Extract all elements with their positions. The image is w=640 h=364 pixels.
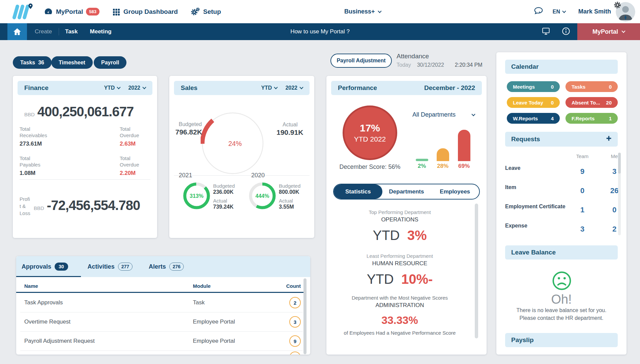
performance-ytd-label: YTD 2022 bbox=[354, 135, 386, 143]
statistics-scrollbar[interactable] bbox=[475, 204, 478, 338]
nav-setup[interactable]: Setup bbox=[191, 7, 221, 17]
portal-menu-button[interactable]: MyPortal bbox=[577, 23, 640, 40]
payroll-pill-label: Payroll bbox=[101, 60, 119, 66]
sales-period-dropdown[interactable]: YTD bbox=[261, 85, 277, 91]
calendar-title: Calendar bbox=[511, 63, 539, 70]
finance-payables-value: 1.08M bbox=[20, 170, 70, 177]
create-task-button[interactable]: Task bbox=[65, 28, 78, 35]
negative-percent: 33.33% bbox=[326, 314, 473, 327]
tab-statistics[interactable]: Statistics bbox=[334, 184, 382, 199]
divider bbox=[20, 351, 303, 351]
sales-year-dropdown[interactable]: 2022 bbox=[285, 85, 303, 91]
request-row-employment-certificate[interactable]: Employment Certificate 1 0 bbox=[496, 201, 618, 216]
finance-card: Finance YTD 2022 BBD 400,250,061.677 Tot… bbox=[13, 76, 157, 238]
performance-month-score: December Score: 56% bbox=[329, 163, 410, 171]
finance-period-value: YTD bbox=[104, 85, 115, 91]
department-filter-value: All Departments bbox=[412, 111, 456, 118]
help-link[interactable]: How to use My Portal ? bbox=[290, 28, 350, 35]
tasks-pill-label: Tasks bbox=[20, 60, 35, 66]
calendar-pill-wreports[interactable]: W.Reports4 bbox=[507, 113, 560, 124]
approvals-scrollbar[interactable] bbox=[303, 278, 307, 354]
avatar[interactable] bbox=[616, 2, 635, 22]
table-row[interactable]: Task Approvals Task 2 bbox=[16, 293, 305, 312]
activities-count-badge: 277 bbox=[118, 263, 133, 271]
performance-title: Performance bbox=[338, 84, 377, 92]
tab-activities[interactable]: Activities 277 bbox=[88, 263, 133, 271]
finance-period-dropdown[interactable]: YTD bbox=[104, 85, 120, 91]
add-request-button[interactable] bbox=[606, 135, 612, 143]
sales-2021-budgeted: 236.00K bbox=[213, 189, 234, 195]
finance-year-value: 2022 bbox=[128, 85, 140, 91]
sales-year-value: 2022 bbox=[285, 85, 297, 91]
nav-group-dashboard[interactable]: Group Dashboard bbox=[112, 8, 178, 16]
tab-approvals[interactable]: Approvals 30 bbox=[22, 263, 68, 271]
bar-orange bbox=[437, 148, 449, 161]
request-row-expense[interactable]: Expense 3 2 bbox=[496, 220, 618, 235]
performance-card: Performance December - 2022 17% YTD 2022… bbox=[326, 76, 487, 355]
plan-label: Business+ bbox=[344, 8, 375, 15]
request-row-leave[interactable]: Leave 9 3 bbox=[496, 162, 618, 177]
calendar-pill-meetings[interactable]: Meetings0 bbox=[507, 81, 560, 92]
chat-icon[interactable] bbox=[533, 6, 544, 18]
tab-employees[interactable]: Employees bbox=[431, 184, 479, 199]
language-label: EN bbox=[553, 9, 560, 15]
sales-title: Sales bbox=[181, 84, 198, 92]
profit-loss-value: -72,456,554.780 bbox=[47, 198, 140, 213]
sales-2020-figures: Budgeted 800.00K Actual 3.55M bbox=[279, 183, 300, 210]
table-row[interactable]: Overtime Request Employee Portal 3 bbox=[16, 312, 305, 331]
bar-orange-label: 28% bbox=[433, 163, 453, 170]
requests-scrollbar[interactable] bbox=[618, 153, 621, 174]
timesheet-pill-button[interactable]: Timesheet bbox=[51, 56, 93, 69]
chevron-down-icon bbox=[117, 85, 121, 89]
finance-year-dropdown[interactable]: 2022 bbox=[128, 85, 146, 91]
plan-dropdown[interactable]: Business+ bbox=[344, 0, 381, 23]
calendar-pill-freports[interactable]: F.Reports1 bbox=[565, 113, 618, 124]
calendar-pill-leave-today[interactable]: Leave Today0 bbox=[507, 97, 560, 108]
column-module: Module bbox=[193, 283, 211, 289]
calendar-pill-absent-today[interactable]: Absent To...20 bbox=[565, 97, 618, 108]
create-meeting-button[interactable]: Meeting bbox=[90, 28, 112, 35]
language-dropdown[interactable]: EN bbox=[553, 9, 565, 15]
divider bbox=[20, 179, 150, 180]
approval-name: Payroll Adjustment Request bbox=[24, 338, 95, 344]
approval-module: Task bbox=[193, 299, 205, 306]
department-filter-dropdown[interactable]: All Departments bbox=[412, 111, 475, 118]
dashboard-gauge-icon bbox=[44, 7, 53, 16]
sales-2020-percent: 444% bbox=[249, 193, 276, 199]
approval-count-badge: 2 bbox=[289, 297, 301, 308]
least-performing-label: Least Performing Department bbox=[326, 253, 473, 259]
leave-balance-title: Leave Balance bbox=[511, 249, 556, 256]
approvals-count-badge: 30 bbox=[55, 263, 68, 271]
chevron-down-icon bbox=[299, 85, 303, 89]
negative-footer: of Employees Had a Negative Performance … bbox=[326, 330, 473, 336]
finance-title: Finance bbox=[24, 84, 49, 92]
request-row-item[interactable]: Item 0 26 bbox=[496, 182, 618, 196]
chevron-down-icon bbox=[562, 9, 566, 13]
negative-dept-label: Department with the Most Negative Scores bbox=[326, 295, 473, 301]
tasks-pill-button[interactable]: Tasks 36 bbox=[13, 56, 52, 69]
table-row[interactable]: Payroll Adjustment Request Employee Port… bbox=[16, 332, 305, 351]
settings-gear-icon[interactable] bbox=[613, 1, 622, 11]
screen-share-icon[interactable] bbox=[541, 27, 551, 37]
leave-balance-oh: Oh! bbox=[496, 292, 627, 307]
tasks-pill-count: 36 bbox=[38, 60, 44, 66]
tab-alerts[interactable]: Alerts 276 bbox=[149, 263, 184, 271]
bar-green bbox=[416, 159, 428, 161]
finance-overdue-receivables-value: 2.63M bbox=[120, 141, 170, 147]
home-button[interactable] bbox=[7, 23, 27, 40]
info-icon[interactable] bbox=[561, 27, 571, 37]
payroll-adjustment-button[interactable]: Payroll Adjustment bbox=[330, 54, 392, 68]
right-sidebar: Calendar Meetings0 Tasks0 Leave Today0 A… bbox=[496, 52, 627, 355]
tab-departments[interactable]: Departments bbox=[382, 184, 431, 199]
empcert-team-count: 1 bbox=[574, 206, 591, 214]
notification-badge: 583 bbox=[86, 8, 99, 16]
calendar-pill-tasks[interactable]: Tasks0 bbox=[565, 81, 618, 92]
finance-receivables-value: 273.61M bbox=[20, 141, 70, 147]
finance-header: Finance YTD 2022 bbox=[18, 81, 152, 95]
company-logo[interactable] bbox=[9, 3, 34, 22]
leave-balance-message-2: Please contact the HR department. bbox=[496, 315, 627, 321]
approvals-card: Approvals 30 Activities 277 Alerts 276 N… bbox=[16, 256, 310, 355]
nav-myportal[interactable]: MyPortal 583 bbox=[44, 7, 99, 16]
payroll-pill-button[interactable]: Payroll bbox=[94, 56, 126, 69]
payslip-header[interactable]: Payslip bbox=[505, 333, 618, 347]
